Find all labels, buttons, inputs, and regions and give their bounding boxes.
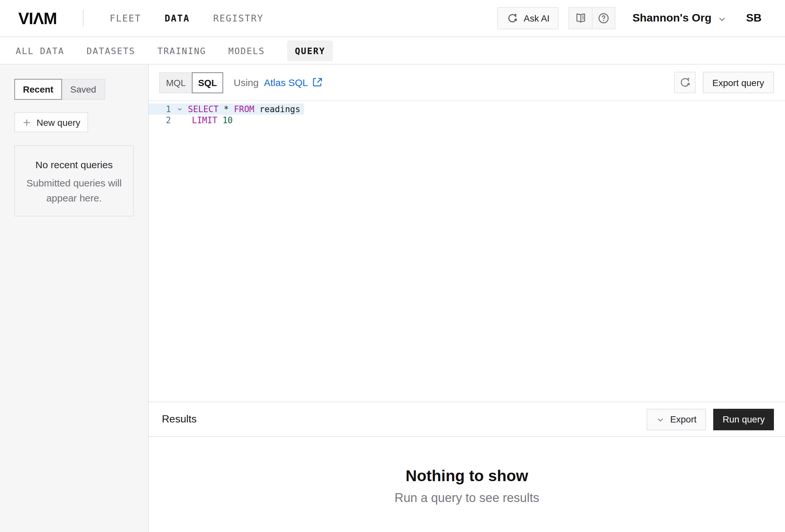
ask-ai-button[interactable]: Ask AI bbox=[497, 7, 559, 29]
chevron-down-icon bbox=[656, 416, 664, 423]
primary-nav: FLEET DATA REGISTRY bbox=[110, 13, 263, 24]
external-link-icon bbox=[312, 78, 322, 87]
top-bar: VIΛM FLEET DATA REGISTRY Ask AI bbox=[0, 0, 785, 37]
mql-toggle-button[interactable]: MQL bbox=[159, 72, 192, 93]
ai-sparkle-refresh-icon bbox=[678, 76, 691, 89]
sql-toggle-button[interactable]: SQL bbox=[192, 72, 223, 93]
saved-tab[interactable]: Saved bbox=[62, 79, 105, 100]
documentation-button[interactable] bbox=[569, 8, 592, 29]
tab-training[interactable]: TRAINING bbox=[158, 40, 206, 61]
data-tabs: ALL DATA DATASETS TRAINING MODELS QUERY bbox=[0, 37, 785, 64]
viam-app: VIΛM FLEET DATA REGISTRY Ask AI bbox=[0, 0, 785, 532]
org-name: Shannon's Org bbox=[632, 12, 711, 25]
tab-query[interactable]: QUERY bbox=[287, 40, 333, 61]
nav-item-fleet[interactable]: FLEET bbox=[110, 13, 141, 24]
ai-generate-query-button[interactable] bbox=[674, 72, 695, 93]
query-main: MQL SQL Using Atlas SQL bbox=[149, 64, 785, 532]
code-text: SELECT * FROM readings bbox=[188, 104, 300, 115]
recent-queries-empty-subtitle: Submitted queries will appear here. bbox=[23, 176, 125, 205]
fold-chevron-icon[interactable] bbox=[171, 106, 188, 112]
avatar[interactable]: SB bbox=[746, 12, 761, 25]
results-empty-state: Nothing to show Run a query to see resul… bbox=[149, 437, 785, 532]
atlas-sql-link-label: Atlas SQL bbox=[264, 77, 308, 88]
tab-all-data[interactable]: ALL DATA bbox=[16, 40, 64, 61]
help-button[interactable] bbox=[592, 8, 615, 29]
org-switcher[interactable]: Shannon's Org bbox=[632, 12, 726, 25]
tab-models[interactable]: MODELS bbox=[228, 40, 265, 61]
help-icon-group bbox=[568, 7, 615, 29]
query-toolbar: MQL SQL Using Atlas SQL bbox=[149, 64, 785, 101]
using-atlas-sql: Using Atlas SQL bbox=[234, 77, 322, 88]
code-line[interactable]: 1SELECT * FROM readings bbox=[149, 104, 304, 115]
export-query-button[interactable]: Export query bbox=[703, 72, 774, 93]
book-icon bbox=[574, 12, 587, 25]
recent-queries-empty-title: No recent queries bbox=[23, 159, 125, 170]
query-language-toggle: MQL SQL bbox=[159, 72, 223, 93]
chevron-down-icon bbox=[718, 15, 727, 23]
export-results-button[interactable]: Export bbox=[647, 408, 706, 430]
using-label: Using bbox=[234, 77, 259, 88]
plus-icon bbox=[22, 118, 31, 127]
ai-sparkle-refresh-icon bbox=[506, 12, 518, 24]
line-number: 1 bbox=[149, 104, 171, 115]
new-query-button[interactable]: New query bbox=[15, 112, 88, 132]
sql-editor[interactable]: 1SELECT * FROM readings2LIMIT 10 bbox=[149, 101, 785, 402]
ask-ai-label: Ask AI bbox=[524, 13, 550, 24]
new-query-label: New query bbox=[36, 117, 80, 128]
results-bar: Results Export Run query bbox=[149, 402, 785, 437]
code-line[interactable]: 2LIMIT 10 bbox=[149, 115, 233, 126]
code-text: LIMIT 10 bbox=[188, 115, 233, 126]
recent-queries-empty-box: No recent queries Submitted queries will… bbox=[15, 145, 134, 216]
nav-item-registry[interactable]: REGISTRY bbox=[213, 13, 263, 24]
tab-datasets[interactable]: DATASETS bbox=[86, 40, 135, 61]
run-query-button[interactable]: Run query bbox=[713, 408, 774, 430]
topbar-divider bbox=[83, 10, 83, 27]
page-body: Recent Saved New query No recent queries… bbox=[0, 64, 785, 532]
question-circle-icon bbox=[597, 12, 610, 25]
results-empty-title: Nothing to show bbox=[149, 467, 785, 485]
code-lines: 1SELECT * FROM readings2LIMIT 10 bbox=[149, 104, 785, 126]
viam-logo[interactable]: VIΛM bbox=[18, 9, 57, 28]
export-results-label: Export bbox=[670, 414, 697, 424]
line-number: 2 bbox=[149, 115, 171, 126]
nav-item-data[interactable]: DATA bbox=[165, 13, 190, 24]
atlas-sql-link[interactable]: Atlas SQL bbox=[264, 77, 322, 88]
results-title: Results bbox=[162, 413, 197, 425]
topbar-right: Ask AI bbox=[497, 7, 761, 29]
recent-saved-toggle: Recent Saved bbox=[15, 79, 148, 100]
recent-tab[interactable]: Recent bbox=[15, 79, 62, 100]
results-empty-subtitle: Run a query to see results bbox=[149, 491, 785, 505]
query-sidebar: Recent Saved New query No recent queries… bbox=[0, 64, 149, 532]
